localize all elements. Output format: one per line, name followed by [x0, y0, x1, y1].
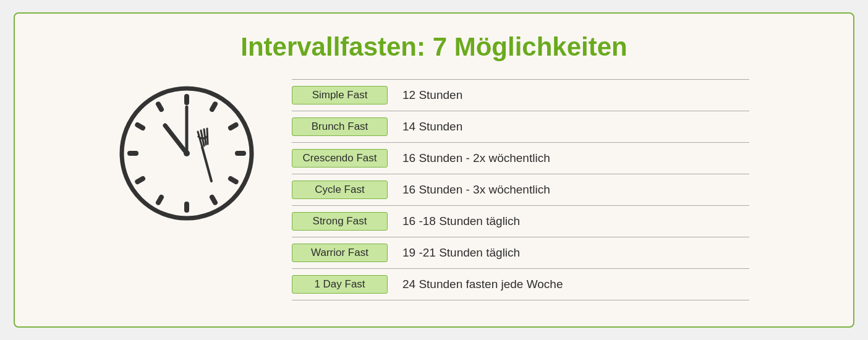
fasting-description: 16 -18 Stunden täglich [402, 215, 749, 228]
svg-rect-1 [184, 94, 189, 105]
fasting-label: Cycle Fast [292, 181, 388, 199]
page-title: Intervallfasten: 7 Möglichkeiten [240, 32, 628, 62]
fasting-label: Brunch Fast [292, 117, 388, 136]
fasting-row: Crescendo Fast16 Stunden - 2x wöchentlic… [292, 143, 749, 174]
fasting-table: Simple Fast12 StundenBrunch Fast14 Stund… [292, 79, 749, 300]
fasting-row: Simple Fast12 Stunden [292, 79, 749, 111]
fasting-description: 12 Stunden [402, 88, 749, 102]
fasting-row: Cycle Fast16 Stunden - 3x wöchentlich [292, 174, 749, 206]
fasting-description: 14 Stunden [402, 120, 749, 134]
fasting-label: Simple Fast [292, 86, 388, 104]
svg-rect-4 [235, 151, 246, 156]
clock-graphic [119, 85, 255, 221]
fasting-description: 24 Stunden fasten jede Woche [402, 278, 749, 291]
main-card: Intervallfasten: 7 Möglichkeiten [14, 12, 854, 328]
fasting-description: 16 Stunden - 2x wöchentlich [402, 151, 749, 165]
fasting-label: Strong Fast [292, 212, 388, 231]
fasting-row: Brunch Fast14 Stunden [292, 111, 749, 143]
svg-point-20 [184, 150, 190, 156]
fasting-label: Crescendo Fast [292, 149, 388, 168]
fasting-row: Warrior Fast19 -21 Stunden täglich [292, 237, 749, 269]
fasting-description: 16 Stunden - 3x wöchentlich [402, 183, 749, 197]
fasting-label: 1 Day Fast [292, 275, 388, 294]
fasting-description: 19 -21 Stunden täglich [402, 246, 749, 260]
clock-container [119, 85, 255, 221]
svg-rect-10 [127, 151, 138, 156]
svg-rect-7 [184, 202, 189, 213]
content-area: Simple Fast12 StundenBrunch Fast14 Stund… [40, 79, 828, 300]
fasting-row: 1 Day Fast24 Stunden fasten jede Woche [292, 269, 749, 300]
fasting-label: Warrior Fast [292, 244, 388, 262]
fasting-row: Strong Fast16 -18 Stunden täglich [292, 206, 749, 237]
